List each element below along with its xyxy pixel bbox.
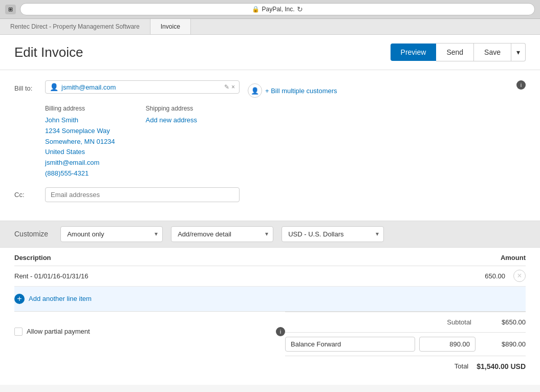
billing-country[interactable]: United States xyxy=(45,147,115,158)
billing-address-heading: Billing address xyxy=(45,105,115,112)
customize-bar: Customize Amount only Hours & quantity S… xyxy=(0,221,540,248)
main-content: Edit Invoice Preview Send Save ▾ Bill to… xyxy=(0,35,540,392)
total-row: Total $1,540.00 USD xyxy=(285,356,526,377)
col-amount-header: Amount xyxy=(501,254,526,262)
url-bar[interactable]: 🔒 PayPal, Inc. ↻ xyxy=(20,3,535,15)
customize-label: Customize xyxy=(14,230,48,238)
table-row: 650.00 × xyxy=(14,266,526,287)
billing-phone[interactable]: (888)555-4321 xyxy=(45,168,115,179)
user-icon: 👤 xyxy=(50,83,58,91)
add-icon: + xyxy=(14,294,25,304)
save-dropdown-button[interactable]: ▾ xyxy=(511,43,526,61)
bill-to-label: Bill to: xyxy=(14,80,45,92)
balance-forward-value: $890.00 xyxy=(480,340,526,348)
url-text: PayPal, Inc. xyxy=(262,6,294,13)
currency-select[interactable]: USD - U.S. Dollars EUR - Euros GBP - Bri… xyxy=(282,226,384,242)
add-line-item-button[interactable]: + Add another line item xyxy=(14,287,526,312)
items-header: Description Amount xyxy=(14,248,526,266)
template-select-wrapper: Amount only Hours & quantity Service & q… xyxy=(60,226,163,242)
totals-left-side: Allow partial payment i xyxy=(14,312,285,377)
items-section: Description Amount 650.00 × + Add anothe… xyxy=(0,248,540,312)
reload-button[interactable]: ↻ xyxy=(297,5,303,13)
save-button[interactable]: Save xyxy=(474,43,511,61)
page-title: Edit Invoice xyxy=(14,45,83,60)
preview-button[interactable]: Preview xyxy=(391,43,437,61)
cc-row: Cc: xyxy=(14,187,526,210)
total-label: Total xyxy=(285,362,477,370)
cc-label: Cc: xyxy=(14,191,45,199)
totals-right-side: Subtotal $650.00 $890.00 Total $1,540.00… xyxy=(285,312,526,377)
subtotal-label: Subtotal xyxy=(285,318,480,326)
header-actions: Preview Send Save ▾ xyxy=(391,43,526,61)
subtotal-value: $650.00 xyxy=(480,318,526,326)
bill-multiple-label: + Bill multiple customers xyxy=(265,87,337,95)
lock-icon: 🔒 xyxy=(252,6,260,13)
detail-select-wrapper: Add/remove detail xyxy=(171,226,273,242)
partial-payment-label: Allow partial payment xyxy=(27,328,90,335)
partial-payment-info-icon[interactable]: i xyxy=(276,327,285,336)
form-section: Bill to: 👤 ✎ × 👤 + Bill multiple custome… xyxy=(0,70,540,221)
billing-name[interactable]: John Smith xyxy=(45,115,115,126)
tab-invoice[interactable]: Invoice xyxy=(150,19,191,34)
template-select[interactable]: Amount only Hours & quantity Service & q… xyxy=(60,226,163,242)
info-icon[interactable]: i xyxy=(516,80,526,90)
remove-line-item-button[interactable]: × xyxy=(513,270,526,282)
tab-bar: Rentec Direct - Property Management Soft… xyxy=(0,19,540,35)
email-input-wrapper: 👤 ✎ × xyxy=(45,80,240,94)
partial-payment-checkbox[interactable] xyxy=(14,328,23,336)
cc-input[interactable] xyxy=(45,187,240,202)
browser-chrome: ⊞ 🔒 PayPal, Inc. ↻ xyxy=(0,0,540,19)
balance-forward-amount-input[interactable] xyxy=(419,337,476,352)
currency-select-wrapper: USD - U.S. Dollars EUR - Euros GBP - Bri… xyxy=(282,226,384,242)
col-description-header: Description xyxy=(14,254,51,262)
edit-icon[interactable]: ✎ xyxy=(224,83,229,91)
balance-forward-input[interactable] xyxy=(285,337,415,352)
totals-layout: Allow partial payment i Subtotal $650.00… xyxy=(14,312,526,377)
balance-forward-row: $890.00 xyxy=(285,333,526,356)
add-line-item-label: Add another line item xyxy=(29,295,92,302)
billing-street[interactable]: 1234 Someplace Way xyxy=(45,126,115,137)
tab-rentec[interactable]: Rentec Direct - Property Management Soft… xyxy=(0,19,150,34)
email-close-icon[interactable]: × xyxy=(231,83,235,91)
bill-to-row: Bill to: 👤 ✎ × 👤 + Bill multiple custome… xyxy=(14,80,526,98)
subtotal-row: Subtotal $650.00 xyxy=(285,312,526,333)
email-input[interactable] xyxy=(61,83,222,91)
tab-switcher-button[interactable]: ⊞ xyxy=(5,5,16,14)
add-new-address-link[interactable]: Add new address xyxy=(146,115,197,126)
totals-area: Allow partial payment i Subtotal $650.00… xyxy=(0,312,540,385)
detail-select[interactable]: Add/remove detail xyxy=(171,226,273,242)
person-icon: 👤 xyxy=(248,83,262,98)
partial-payment-row: Allow partial payment i xyxy=(14,320,285,343)
total-value: $1,540.00 USD xyxy=(477,362,526,371)
line-item-amount: 650.00 xyxy=(468,266,509,286)
shipping-address: Shipping address Add new address xyxy=(146,105,197,179)
billing-city[interactable]: Somewhere, MN 01234 xyxy=(45,137,115,147)
page-header: Edit Invoice Preview Send Save ▾ xyxy=(0,35,540,70)
send-button[interactable]: Send xyxy=(436,43,474,61)
billing-email[interactable]: jsmith@email.com xyxy=(45,158,115,168)
address-section: Billing address John Smith 1234 Someplac… xyxy=(45,105,526,179)
bill-multiple-link[interactable]: 👤 + Bill multiple customers xyxy=(248,80,337,98)
line-item-desc-input[interactable] xyxy=(14,266,468,286)
billing-address: Billing address John Smith 1234 Someplac… xyxy=(45,105,115,179)
line-item-description xyxy=(14,266,468,286)
shipping-address-heading: Shipping address xyxy=(146,105,197,112)
